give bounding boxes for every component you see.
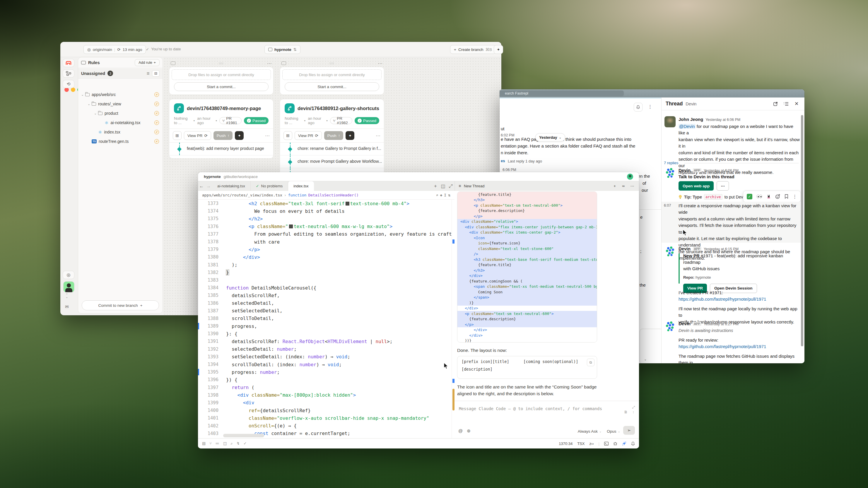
code-line[interactable]: 1398 <div className="max-[800px]:block h… <box>198 391 452 399</box>
code-line[interactable]: 1373 <h2 className="text-3xl font-serift… <box>198 200 452 207</box>
code-line[interactable]: 1400 ref={detailsScrollRef} <box>198 406 452 414</box>
lane-menu-icon[interactable]: ⋯ <box>267 61 272 66</box>
code-line[interactable]: 1385 detailsScrollRef, <box>198 292 452 299</box>
code-line[interactable]: 1390 }: { <box>198 330 452 337</box>
code-line[interactable]: 1388 scrollToDetail, <box>198 315 452 322</box>
commit-to-new-branch-button[interactable]: Commit to new branch+ <box>82 300 159 310</box>
code-line[interactable]: 1379 </p> <box>198 246 452 253</box>
code-line[interactable]: 1376 <p className="text-neutral-600 max-… <box>198 223 452 230</box>
branch-card[interactable]: devin/1764380912-gallery-shortcuts Nothi… <box>280 99 384 182</box>
rail-branches-button[interactable] <box>63 59 74 67</box>
push-button[interactable]: Push↑ <box>324 131 343 140</box>
file-tree-row[interactable]: ⌄ ⚛ index.tsx <box>78 127 162 137</box>
view-pr-button[interactable]: View PR⟳ <box>184 131 211 140</box>
file-tree-row[interactable]: ⌄ product <box>78 108 162 118</box>
more-message-actions-icon[interactable]: ⋮ <box>793 194 797 199</box>
code-line[interactable]: 1399 <div <box>198 399 452 406</box>
channel-menu-icon[interactable]: ⋮ <box>648 104 652 109</box>
message-timestamp[interactable]: Yesterday at 6:27 PM <box>704 322 739 326</box>
assistant-menu-icon[interactable]: ⋯ <box>629 184 636 188</box>
close-icon[interactable]: ✕ <box>793 101 800 107</box>
code-line[interactable]: 1394 scrollToDetail: (index: number) ⇒ v… <box>198 361 452 368</box>
ai-sparkles-icon[interactable] <box>622 442 626 446</box>
assistant-composer[interactable]: Message Claude Code — @ to include conte… <box>455 401 639 438</box>
card-menu-icon[interactable]: ⋯ <box>265 133 270 138</box>
tree-view-toggle[interactable]: ⊟ <box>152 70 160 77</box>
actions-icon[interactable]: ↯ <box>237 441 240 446</box>
pr-link[interactable]: https://github.com/fastrepl/hyprnote/pul… <box>679 344 800 350</box>
copy-icon[interactable]: ⧉ <box>587 359 594 366</box>
search-icon[interactable]: ⌕ <box>230 441 232 446</box>
thread-scrollbar[interactable] <box>801 115 803 346</box>
forward-icon[interactable]: → <box>205 181 212 191</box>
pray-emoji-reaction[interactable] <box>766 194 771 199</box>
file-tree-row[interactable]: ⌄ apps/web/src <box>78 90 162 99</box>
back-icon[interactable]: ← <box>198 181 205 191</box>
lane-menu-icon[interactable]: ⋯ <box>378 61 382 66</box>
code-line[interactable]: 1386 selectedDetail, <box>198 299 452 307</box>
symbols-icon[interactable]: ❖ <box>440 193 442 197</box>
ci-status-badge[interactable]: ✓Passed <box>244 117 269 124</box>
send-button[interactable]: ➢ <box>623 426 635 435</box>
open-in-window-icon[interactable] <box>772 101 779 106</box>
commit-row[interactable]: feat(web): add memory layer product page <box>169 142 273 156</box>
tab-ai-notetaking[interactable]: ai-notetaking.tsx <box>212 181 251 191</box>
expand-icon[interactable]: ⤢ <box>447 181 455 191</box>
pr-link-pill[interactable]: ⑂PR #1981 <box>219 117 242 124</box>
code-line[interactable]: 1389 progress, <box>198 322 452 330</box>
sender-name[interactable]: Devin <box>679 246 690 251</box>
branch-sync-pill[interactable]: ◎ origin/main | ⟳ 13 min ago <box>84 45 146 54</box>
devin-avatar[interactable] <box>664 321 676 332</box>
check-emoji-reaction[interactable]: ✓ <box>747 194 752 199</box>
diff-snippet[interactable]: {feature.title} </h3> <p className="text… <box>457 191 597 343</box>
debug-bug-icon[interactable] <box>613 442 617 446</box>
collapse-lane-icon[interactable] <box>171 62 176 65</box>
ai-sparkle-button[interactable]: ✦ <box>346 131 354 140</box>
list-icon[interactable]: ≔ <box>216 441 219 446</box>
replies-count[interactable]: 7 replies <box>664 161 678 165</box>
drag-handle-icon[interactable]: ∷∷ <box>330 62 335 65</box>
mention-icon[interactable]: @ <box>458 428 463 433</box>
file-dropzone[interactable]: Drop files to assign or commit directly <box>172 69 271 80</box>
code-line[interactable]: 1383 <box>198 276 452 284</box>
pr-link-pill[interactable]: ⑂PR #1982 <box>330 117 352 124</box>
view-pr-button[interactable]: View PR⟳ <box>294 131 322 140</box>
list-view-toggle[interactable]: ≣ <box>144 70 152 77</box>
code-line[interactable]: 1391 detailsScrollRef: React.RefObject<H… <box>198 337 452 345</box>
tab-no-problems[interactable]: ✓No problems <box>251 181 288 191</box>
pr-link[interactable]: https://github.com/fastrepl/hyprnote/pul… <box>679 296 800 302</box>
code-editor[interactable]: 1373 <h2 className="text-3xl font-serift… <box>198 200 452 438</box>
permission-mode-select[interactable]: Always Ask⌄ <box>578 429 602 433</box>
code-line[interactable]: 1396 }) { <box>198 376 452 384</box>
devin-avatar[interactable] <box>664 167 676 178</box>
code-line[interactable]: 1401 className="overflow-x-auto scrollba… <box>198 414 452 422</box>
create-branch-button[interactable]: + Create branch ⌘B <box>450 45 496 54</box>
collab-icon[interactable]: ◫ <box>223 441 227 446</box>
date-divider-pill[interactable]: Yesterday⌄ <box>535 133 565 141</box>
bookmark-icon[interactable] <box>784 194 788 199</box>
file-tree-row[interactable]: ⌄ ⚛ ai-notetaking.tsx <box>78 118 162 127</box>
new-thread-icon[interactable]: + <box>612 184 618 188</box>
slack-search-input[interactable]: earch Fastrepl <box>500 91 624 96</box>
commit-row[interactable]: chore: move Prompt Gallery above Workflo… <box>280 156 384 168</box>
cursor-position[interactable]: 1370:34 <box>559 442 572 446</box>
review-button[interactable]: ⊞ <box>283 131 292 140</box>
mail-icon[interactable]: ✉ <box>65 304 69 310</box>
code-horizontal-scrollbar[interactable] <box>223 434 264 437</box>
thread-settings-icon[interactable] <box>782 102 790 106</box>
user-avatar[interactable] <box>63 281 74 292</box>
message-timestamp[interactable]: Yesterday at 6:06 PM <box>706 118 740 122</box>
git-branch-icon[interactable]: ⑂ <box>209 441 212 446</box>
card-menu-icon[interactable]: ⋯ <box>376 133 380 138</box>
code-line[interactable]: 1382 } <box>198 269 452 276</box>
push-button[interactable]: Push↑ <box>214 131 233 140</box>
devin-avatar[interactable] <box>664 246 676 257</box>
sender-name[interactable]: Devin <box>679 321 690 326</box>
notifications-bell-button[interactable] <box>634 103 643 111</box>
code-line[interactable]: 1392 selectedDetail: number; <box>198 346 452 353</box>
code-line[interactable]: 1375 </h2> <box>198 215 452 223</box>
rail-workspace-button[interactable] <box>63 69 74 77</box>
file-dropzone[interactable]: Drop files to assign or commit directly <box>282 69 381 80</box>
ai-actions-button[interactable]: ✦ <box>494 45 503 54</box>
sort-icon[interactable]: ⇅ <box>448 193 451 197</box>
